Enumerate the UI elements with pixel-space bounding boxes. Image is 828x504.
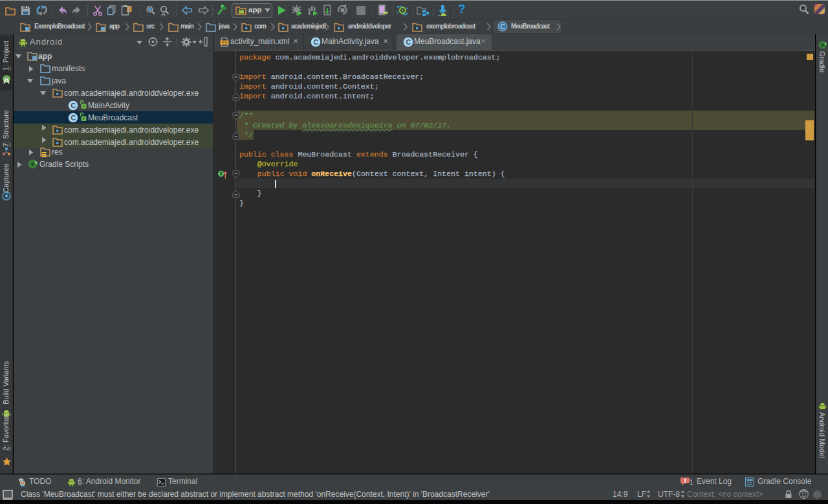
svg-text:C: C: [406, 38, 411, 46]
svg-text:C: C: [313, 38, 318, 46]
svg-text:A: A: [162, 11, 166, 17]
svg-text:<>: <>: [222, 40, 227, 45]
svg-text:C: C: [71, 114, 76, 122]
svg-text:C: C: [71, 102, 76, 109]
svg-text:C: C: [500, 23, 505, 30]
